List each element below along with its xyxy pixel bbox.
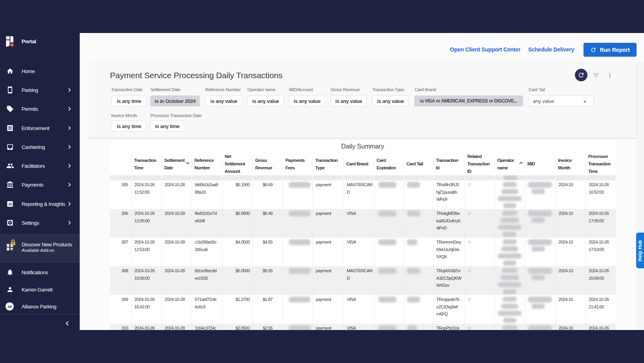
svg-text:AP: AP xyxy=(7,305,12,309)
